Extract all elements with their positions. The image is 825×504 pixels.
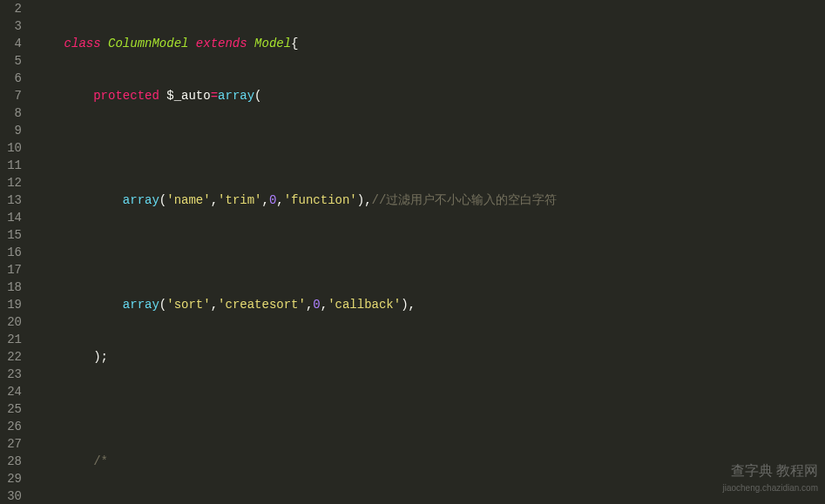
line-number: 18 <box>4 279 22 296</box>
code-line <box>35 400 825 418</box>
line-number-gutter: 2345678910111213141516171819202122232425… <box>0 0 30 504</box>
line-number: 22 <box>4 348 22 366</box>
code-line: /* <box>35 453 825 470</box>
line-number: 29 <box>4 470 22 487</box>
line-number: 25 <box>4 400 22 418</box>
code-content[interactable]: class ColumnModel extends Model{ protect… <box>30 0 825 504</box>
code-line: protected $_auto=array( <box>35 87 825 104</box>
line-number: 12 <box>4 174 22 192</box>
line-number: 10 <box>4 139 22 157</box>
line-number: 14 <box>4 209 22 226</box>
line-number: 26 <box>4 418 22 435</box>
line-number: 28 <box>4 453 22 470</box>
line-number: 21 <box>4 331 22 348</box>
code-line <box>35 244 825 261</box>
line-number: 15 <box>4 226 22 244</box>
line-number: 24 <box>4 383 22 400</box>
line-number: 23 <box>4 366 22 383</box>
code-line: array('name','trim',0,'function'),//过滤用户… <box>35 192 825 209</box>
line-number: 20 <box>4 313 22 331</box>
line-number: 17 <box>4 261 22 279</box>
line-number: 9 <box>4 122 22 139</box>
keyword-class: class <box>64 37 101 50</box>
line-number: 13 <box>4 192 22 209</box>
line-number: 27 <box>4 435 22 453</box>
line-number: 30 <box>4 487 22 504</box>
line-number: 7 <box>4 87 22 104</box>
code-editor: 2345678910111213141516171819202122232425… <box>0 0 825 504</box>
keyword-extends: extends <box>196 37 247 50</box>
line-number: 11 <box>4 157 22 174</box>
line-number: 2 <box>4 0 22 17</box>
code-line: ); <box>35 348 825 366</box>
code-line <box>35 139 825 157</box>
line-number: 19 <box>4 296 22 313</box>
comment: //过滤用户不小心输入的空白字符 <box>372 193 558 207</box>
line-number: 16 <box>4 244 22 261</box>
parent-class: Model <box>254 37 291 50</box>
line-number: 3 <box>4 17 22 35</box>
code-line: class ColumnModel extends Model{ <box>35 35 825 52</box>
line-number: 5 <box>4 52 22 70</box>
line-number: 8 <box>4 104 22 122</box>
code-line: array('sort','createsort',0,'callback'), <box>35 296 825 313</box>
comment-block: /* <box>93 454 108 468</box>
line-number: 6 <box>4 70 22 87</box>
class-name: ColumnModel <box>108 37 188 50</box>
line-number: 4 <box>4 35 22 52</box>
keyword-protected: protected <box>93 89 159 103</box>
